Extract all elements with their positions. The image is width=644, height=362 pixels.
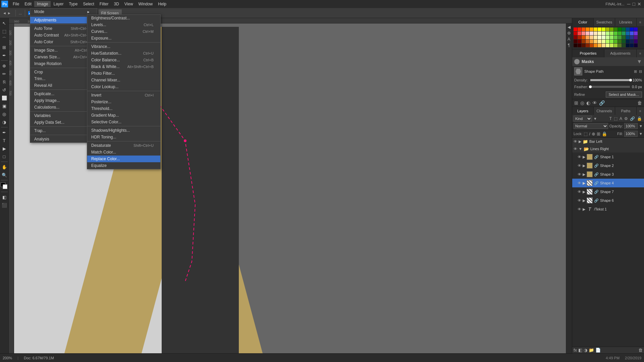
close-btn[interactable]: ✕	[637, 1, 641, 7]
layer-mask-btn[interactable]: ◧	[578, 348, 582, 353]
swatch[interactable]	[634, 40, 638, 43]
hand-tool[interactable]: ✋	[1, 163, 8, 171]
layer-shape-2[interactable]: 👁 ▶ 🔗 Shape 2	[572, 161, 644, 170]
swatch[interactable]	[626, 27, 630, 31]
swatch[interactable]	[574, 36, 577, 39]
text-tool[interactable]: T	[1, 137, 8, 144]
kind-select[interactable]: Kind	[574, 116, 592, 122]
layer-arrow-tekst1[interactable]: ▶	[583, 207, 585, 212]
layer-tekst-1[interactable]: 👁 ▶ T /Tekst 1	[572, 205, 644, 214]
layer-arrow-shape3[interactable]: ▶	[583, 172, 585, 177]
layer-shape-7[interactable]: 👁 ▶ 🔗 Shape 7	[572, 187, 644, 196]
selection-tool[interactable]: ⬚	[1, 27, 8, 35]
panel-menu-btn[interactable]: ≡	[637, 18, 644, 26]
mask-btn-3[interactable]: ◐	[586, 100, 590, 106]
swatch[interactable]	[618, 32, 622, 35]
swatch[interactable]	[606, 27, 609, 31]
swatch[interactable]	[622, 32, 626, 35]
tab-color[interactable]: Color	[572, 18, 594, 26]
swatch[interactable]	[594, 40, 597, 43]
blend-mode-select[interactable]: Normal	[574, 123, 608, 129]
lock-btn-4[interactable]: ⊞	[597, 131, 600, 136]
swatch[interactable]	[630, 32, 634, 35]
swatch[interactable]	[614, 40, 618, 43]
swatch[interactable]	[634, 44, 638, 47]
swatch[interactable]	[606, 36, 609, 39]
layer-btn-3[interactable]: A	[619, 116, 623, 121]
swatch[interactable]	[574, 32, 577, 35]
layer-arrow-shape7[interactable]: ▶	[583, 190, 585, 194]
swatch[interactable]	[578, 44, 581, 47]
swatch[interactable]	[606, 32, 609, 35]
move-tool[interactable]: ↖	[1, 19, 8, 27]
swatch[interactable]	[614, 27, 618, 31]
menu-layer[interactable]: Layer	[51, 1, 66, 7]
layer-new-btn[interactable]: 📄	[595, 348, 601, 353]
swatch[interactable]	[614, 36, 618, 39]
layer-btn-1[interactable]: T	[609, 116, 612, 121]
mask-delete-btn[interactable]: 🗑	[637, 100, 642, 106]
swatch[interactable]	[574, 44, 577, 47]
mask-btn-5[interactable]: 🔗	[599, 100, 605, 106]
adj-black-white[interactable]: Black & White... Alt+Shift+Ctrl+B	[87, 63, 160, 70]
opacity-arrow[interactable]: ▼	[639, 124, 643, 128]
tool-preset-icon[interactable]: ⚙	[567, 31, 571, 36]
adj-vibrance[interactable]: Vibrance...	[87, 43, 160, 50]
adj-match-color[interactable]: Match Color...	[87, 149, 160, 156]
maximize-btn[interactable]: □	[633, 1, 635, 7]
tab-paths[interactable]: Paths	[615, 107, 637, 115]
swatch[interactable]	[618, 44, 622, 47]
swatch[interactable]	[594, 27, 597, 31]
adj-desaturate[interactable]: Desaturate Shift+Ctrl+U	[87, 142, 160, 149]
adj-levels[interactable]: Levels... Ctrl+L	[87, 21, 160, 28]
mask-btn-2[interactable]: ◎	[580, 100, 584, 106]
swatch[interactable]	[594, 44, 597, 47]
swatch[interactable]	[610, 40, 613, 43]
menu-image[interactable]: Image	[34, 1, 51, 7]
layer-eye-bar-left[interactable]: 👁	[574, 139, 577, 143]
layer-eye-shape2[interactable]: 👁	[578, 164, 581, 168]
adj-invert[interactable]: Invert Ctrl+I	[87, 92, 160, 99]
layer-adj-btn[interactable]: ◑	[584, 348, 587, 353]
lasso-tool[interactable]: ⌒	[1, 36, 8, 43]
swatch[interactable]	[610, 44, 613, 47]
density-thumb[interactable]	[629, 79, 632, 81]
swatch[interactable]	[578, 32, 581, 35]
brush-tool[interactable]: ✏	[1, 70, 8, 77]
adj-hue-sat[interactable]: Hue/Saturation... Ctrl+U	[87, 50, 160, 57]
swatch[interactable]	[606, 44, 609, 47]
crop-tool[interactable]: ⊞	[1, 44, 8, 51]
swatch[interactable]	[610, 32, 613, 35]
swatch[interactable]	[590, 40, 593, 43]
layer-effects-btn[interactable]: fx	[574, 348, 577, 353]
layer-arrow-shape4[interactable]: ▶	[583, 181, 585, 185]
swatch[interactable]	[602, 44, 605, 47]
adj-color-lookup[interactable]: Color Lookup...	[87, 83, 160, 90]
adj-brightness-contrast[interactable]: Brightness/Contrast...	[87, 15, 160, 21]
swatch[interactable]	[622, 44, 626, 47]
layer-eye-shape1[interactable]: 👁	[578, 155, 581, 159]
layer-btn-4[interactable]: ⚙	[624, 116, 629, 121]
adj-color-balance[interactable]: Color Balance... Ctrl+B	[87, 57, 160, 63]
path-select-tool[interactable]: ▶	[1, 145, 8, 152]
layer-btn-2[interactable]: ⬚	[613, 116, 618, 121]
collapse-icon[interactable]: ◀	[568, 25, 571, 29]
gradient-tool[interactable]: ▣	[1, 102, 8, 110]
layer-eye-shape6[interactable]: 👁	[578, 198, 581, 202]
opacity-input[interactable]	[624, 123, 638, 129]
layer-eye-shape7[interactable]: 👁	[578, 190, 581, 194]
swatch[interactable]	[602, 32, 605, 35]
quick-mask-tool[interactable]: ◧	[1, 193, 8, 201]
swatch[interactable]	[578, 40, 581, 43]
menu-select[interactable]: Select	[80, 1, 97, 7]
adj-curves[interactable]: Curves... Ctrl+M	[87, 28, 160, 35]
swatch[interactable]	[586, 32, 589, 35]
dodge-tool[interactable]: ◑	[1, 118, 8, 126]
swatch[interactable]	[590, 32, 593, 35]
layer-group-btn[interactable]: 📁	[589, 348, 594, 353]
mask-btn-4[interactable]: 👁	[592, 100, 597, 106]
background-color[interactable]	[3, 184, 7, 189]
density-slider[interactable]	[590, 79, 631, 81]
swatch[interactable]	[634, 27, 638, 31]
feather-slider[interactable]	[590, 86, 630, 88]
